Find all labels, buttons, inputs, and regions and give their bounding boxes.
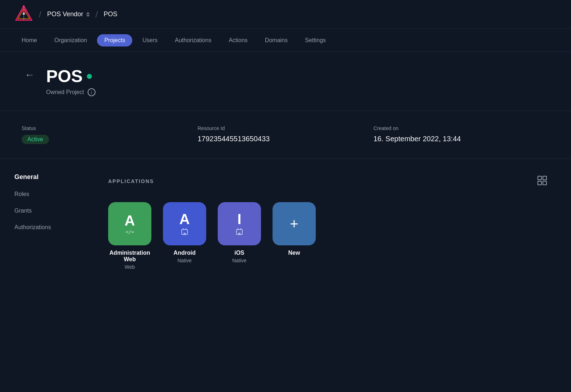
resource-id-group: Resource Id 179235445513650433 (198, 125, 373, 143)
project-subtitle: Owned Project i (46, 88, 549, 96)
back-button[interactable]: ← (22, 69, 37, 81)
app-sub-admin: </> (125, 229, 134, 235)
app-sub-android (181, 228, 188, 236)
app-type-ios: Native (232, 258, 247, 263)
project-subtitle-text: Owned Project (46, 89, 84, 95)
breadcrumb-project[interactable]: POS (103, 10, 117, 18)
app-card-admin-web[interactable]: A </> AdministrationWeb Web (108, 202, 151, 270)
meta-row: Status Active Resource Id 17923544551365… (0, 111, 571, 159)
app-plus-icon: + (290, 216, 298, 232)
breadcrumb-vendor: POS Vendor (47, 10, 90, 18)
status-indicator (87, 74, 92, 79)
app-name-new: New (288, 250, 300, 256)
project-header: ← POS Owned Project i (0, 52, 571, 111)
top-bar: / POS Vendor / POS (0, 0, 571, 29)
app-card-new[interactable]: + New (273, 202, 316, 270)
svg-rect-5 (538, 176, 541, 180)
svg-rect-8 (543, 181, 546, 185)
app-icon-ios: I (218, 202, 261, 245)
project-title: POS (46, 66, 83, 86)
app-card-ios[interactable]: I iOS Native (218, 202, 261, 270)
vendor-selector[interactable] (86, 12, 90, 17)
app-name-android: Android (173, 250, 195, 256)
app-type-android: Native (177, 258, 192, 263)
app-type-admin: Web (125, 264, 135, 270)
created-date: 16. September 2022, 13:44 (373, 135, 549, 143)
sidebar-item-authorizations[interactable]: Authorizations (14, 223, 87, 232)
nav-item-users[interactable]: Users (135, 34, 165, 46)
section-header: APPLICATIONS (108, 173, 549, 189)
slash-divider-1: / (39, 9, 41, 19)
sidebar-general-title: General (14, 173, 87, 181)
app-name-admin: AdministrationWeb (110, 250, 150, 263)
nav-bar: Home Organization Projects Users Authori… (0, 29, 571, 52)
nav-item-home[interactable]: Home (14, 34, 44, 46)
app-name-ios: iOS (234, 250, 244, 256)
sidebar-item-grants[interactable]: Grants (14, 206, 87, 215)
project-info: POS Owned Project i (46, 66, 549, 96)
app-letter-admin: A (125, 213, 135, 228)
sidebar: General Roles Grants Authorizations (0, 159, 87, 284)
created-group: Created on 16. September 2022, 13:44 (373, 125, 549, 143)
svg-rect-16 (238, 233, 240, 234)
grid-view-icon[interactable] (535, 173, 549, 189)
vendor-name[interactable]: POS Vendor (47, 10, 83, 18)
nav-item-authorizations[interactable]: Authorizations (168, 34, 218, 46)
app-icon-admin-web: A </> (108, 202, 151, 245)
app-letter-ios: I (237, 212, 241, 226)
section-title: APPLICATIONS (108, 178, 154, 184)
svg-rect-12 (183, 233, 186, 234)
slash-divider-2: / (96, 9, 98, 19)
nav-item-organization[interactable]: Organization (47, 34, 94, 46)
app-icon-new: + (273, 202, 316, 245)
status-group: Status Active (22, 125, 198, 144)
nav-item-domains[interactable]: Domains (258, 34, 295, 46)
app-letter-android: A (180, 212, 190, 226)
app-sub-ios (236, 228, 243, 236)
sidebar-item-roles[interactable]: Roles (14, 190, 87, 199)
svg-rect-6 (543, 176, 546, 180)
main-content: General Roles Grants Authorizations APPL… (0, 159, 571, 284)
app-card-android[interactable]: A Android Native (163, 202, 206, 270)
status-label: Status (22, 125, 198, 131)
app-icon-android: A (163, 202, 206, 245)
resource-id-label: Resource Id (198, 125, 373, 131)
nav-item-actions[interactable]: Actions (221, 34, 254, 46)
svg-rect-7 (538, 181, 541, 185)
status-badge: Active (22, 135, 49, 144)
info-icon[interactable]: i (88, 88, 96, 96)
nav-item-projects[interactable]: Projects (97, 34, 132, 46)
applications-section: APPLICATIONS A </> AdministrationWeb Web (87, 159, 571, 284)
apps-grid: A </> AdministrationWeb Web A (108, 202, 549, 270)
logo[interactable] (14, 4, 33, 24)
resource-id-value: 179235445513650433 (198, 135, 373, 143)
created-label: Created on (373, 125, 549, 131)
nav-item-settings[interactable]: Settings (298, 34, 333, 46)
project-title-row: POS (46, 66, 549, 86)
